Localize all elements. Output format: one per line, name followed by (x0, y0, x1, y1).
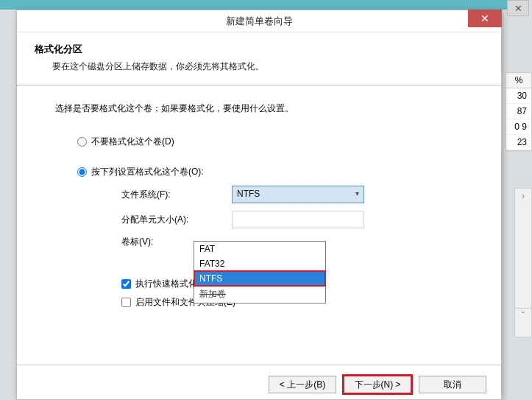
radio-do-format-input[interactable] (77, 167, 87, 177)
allocation-row: 分配单元大小(A): (121, 211, 463, 228)
bg-percent-column: % 30 87 0 9 23 (506, 72, 532, 151)
radio-no-format[interactable]: 不要格式化这个卷(D) (77, 136, 463, 148)
bg-cell: 87 (506, 104, 531, 119)
compress-checkbox[interactable] (121, 298, 131, 307)
radio-label: 不要格式化这个卷(D) (91, 136, 174, 148)
content-intro: 选择是否要格式化这个卷；如果要格式化，要使用什么设置。 (55, 102, 463, 115)
filesystem-option-ntfs[interactable]: NTFS (194, 271, 325, 286)
bg-cell: 23 (506, 135, 531, 150)
cancel-button[interactable]: 取消 (419, 376, 486, 393)
scroll-right-icon: › (515, 189, 531, 203)
allocation-select[interactable] (232, 211, 364, 228)
close-icon: ✕ (480, 13, 489, 24)
radio-no-format-input[interactable] (77, 137, 87, 147)
wizard-dialog: 新建简单卷向导 ✕ 格式化分区 要在这个磁盘分区上储存数据，你必须先将其格式化。… (16, 10, 502, 400)
filesystem-dropdown: FAT FAT32 NTFS 新加卷 (194, 241, 326, 303)
bg-close-button[interactable]: ✕ (507, 0, 529, 16)
close-icon: ✕ (514, 3, 522, 14)
bg-cell: 30 (506, 88, 531, 104)
bg-col-header: % (506, 73, 531, 88)
bg-cell: 0 9 (506, 119, 531, 135)
radio-label: 按下列设置格式化这个卷(O): (91, 166, 204, 178)
page-description: 要在这个磁盘分区上储存数据，你必须先将其格式化。 (35, 60, 483, 73)
page-title: 格式化分区 (35, 43, 483, 56)
back-button[interactable]: < 上一步(B) (269, 376, 336, 393)
allocation-label: 分配单元大小(A): (121, 214, 232, 226)
radio-do-format[interactable]: 按下列设置格式化这个卷(O): (77, 166, 463, 178)
wizard-footer: < 上一步(B) 下一步(N) > 取消 (17, 365, 501, 399)
titlebar: 新建简单卷向导 ✕ (17, 10, 501, 32)
window-title: 新建简单卷向导 (226, 15, 293, 28)
scroll-down-icon: ˇ (515, 309, 531, 323)
filesystem-option-fat32[interactable]: FAT32 (194, 256, 325, 271)
filesystem-option-default[interactable]: 新加卷 (194, 286, 325, 303)
quick-format-checkbox[interactable] (121, 279, 131, 289)
bg-scrollbar-bottom[interactable]: ˇ (514, 308, 532, 337)
filesystem-option-fat[interactable]: FAT (194, 242, 325, 256)
wizard-content: 选择是否要格式化这个卷；如果要格式化，要使用什么设置。 不要格式化这个卷(D) … (17, 86, 501, 365)
next-button[interactable]: 下一步(N) > (344, 376, 411, 393)
chevron-down-icon: ▾ (355, 189, 359, 197)
outer-window-strip (0, 0, 515, 10)
close-button[interactable]: ✕ (468, 10, 502, 27)
filesystem-label: 文件系统(F): (121, 189, 232, 201)
wizard-header: 格式化分区 要在这个磁盘分区上储存数据，你必须先将其格式化。 (17, 32, 501, 85)
filesystem-selected-value: NTFS (237, 189, 260, 199)
filesystem-row: 文件系统(F): NTFS ▾ (121, 186, 463, 203)
filesystem-select[interactable]: NTFS ▾ (232, 186, 364, 203)
